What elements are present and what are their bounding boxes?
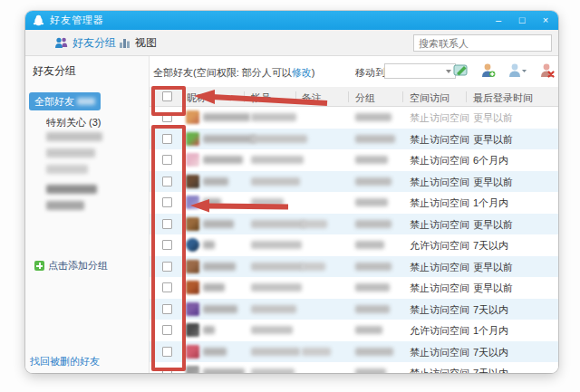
minimize-button[interactable]: –	[493, 15, 504, 25]
column-divider	[295, 91, 296, 102]
last-login-value: 1个月内	[473, 196, 508, 210]
sidebar-friend-groups: 好友分组 全部好友 特别关心 (3) 点击添加分组 找回被删的好友	[25, 56, 150, 373]
col-header-space[interactable]: 空间访问	[410, 91, 450, 105]
delete-friend-icon[interactable]	[539, 62, 555, 78]
title-bar[interactable]: 好友管理器 – □ ×	[25, 11, 558, 30]
annotation-box-header-checkbox	[151, 86, 186, 116]
blurred-text	[355, 198, 388, 206]
main-panel: 全部好友(空间权限: 部分人可以修改) 移动到	[150, 56, 558, 373]
avatar	[186, 110, 199, 124]
blurred-text	[203, 198, 221, 206]
avatar	[186, 132, 199, 146]
table-row[interactable]: 禁止访问空间更早以前	[150, 171, 558, 193]
close-button[interactable]: ×	[540, 15, 551, 25]
avatar	[186, 302, 199, 316]
last-login-value: 6个月内	[473, 154, 508, 167]
sidebar-group-item-blurred[interactable]	[46, 185, 97, 194]
scope-prefix: 全部好友(空间权限: 部分人可以	[153, 67, 292, 78]
scope-text: 全部好友(空间权限: 部分人可以修改)	[153, 66, 314, 80]
blurred-text	[251, 305, 296, 313]
blurred-text	[355, 326, 382, 334]
table-row[interactable]: 禁止访问空间7天以内	[150, 299, 558, 320]
blurred-text	[251, 241, 302, 249]
blurred-text	[203, 241, 215, 249]
move-to-label: 移动到	[355, 66, 385, 80]
blurred-text	[355, 348, 393, 356]
table-row[interactable]: 允许访问空间7天以内	[150, 234, 558, 256]
add-group-label: 点击添加分组	[48, 259, 108, 272]
avatar	[186, 153, 199, 167]
add-friend-icon[interactable]	[480, 62, 496, 78]
table-row[interactable]: 禁止访问空间更早以前	[150, 214, 558, 235]
blurred-text	[251, 220, 305, 228]
blurred-text	[251, 283, 302, 292]
col-header-nickname[interactable]: 昵称	[187, 91, 207, 105]
table-row[interactable]: 禁止访问空间7天以内	[150, 362, 558, 373]
window-title: 好友管理器	[50, 14, 104, 27]
blurred-text	[355, 156, 388, 164]
table-row[interactable]: 禁止访问空间更早以前	[150, 107, 558, 129]
space-access-value: 允许访问空间	[410, 324, 469, 338]
avatar	[186, 345, 199, 359]
compose-message-icon[interactable]	[453, 62, 469, 78]
blurred-text	[203, 305, 237, 313]
col-header-account[interactable]: 帐号	[251, 91, 271, 105]
sidebar-group-item-blurred[interactable]	[46, 148, 95, 158]
column-divider	[466, 91, 467, 102]
table-row[interactable]: 禁止访问空间1个月内	[150, 192, 558, 214]
scope-suffix: )	[312, 67, 315, 78]
sidebar-group-item-blurred[interactable]	[46, 132, 102, 141]
tab-friend-groups[interactable]: 好友分组	[54, 30, 116, 56]
blurred-text	[251, 156, 304, 164]
table-row[interactable]: 禁止访问空间更早以前	[150, 129, 558, 150]
recover-deleted-friends-link[interactable]: 找回被删的好友	[30, 355, 100, 368]
blurred-text	[203, 326, 215, 334]
last-login-value: 更早以前	[473, 261, 513, 274]
blurred-text	[203, 348, 227, 356]
col-header-group[interactable]: 分组	[355, 91, 375, 105]
column-divider	[348, 91, 349, 102]
search-input[interactable]	[413, 34, 552, 52]
friend-manager-window: 好友管理器 – □ × 好友分组	[25, 11, 558, 373]
space-access-value: 禁止访问空间	[410, 196, 469, 210]
edit-permission-link[interactable]: 修改	[292, 67, 312, 78]
avatar	[186, 175, 199, 188]
table-row[interactable]: 允许访问空间1个月内	[150, 320, 558, 341]
blurred-text	[203, 220, 234, 228]
blurred-text	[355, 135, 395, 143]
last-login-value: 7天以内	[473, 367, 508, 373]
space-access-value: 禁止访问空间	[410, 218, 469, 232]
info-bar: 全部好友(空间权限: 部分人可以修改) 移动到	[150, 56, 558, 87]
table-row[interactable]: 禁止访问空间更早以前	[150, 277, 558, 299]
all-friends-label: 全部好友	[34, 95, 74, 109]
table-row[interactable]: 禁止访问空间更早以前	[150, 256, 558, 278]
blurred-text	[251, 177, 300, 186]
table-row[interactable]: 禁止访问空间6个月内	[150, 149, 558, 171]
sidebar-header: 好友分组	[33, 63, 76, 79]
sidebar-item-all-friends[interactable]: 全部好友	[29, 92, 101, 110]
sidebar-item-special-care[interactable]: 特别关心 (3)	[46, 116, 102, 129]
space-access-value: 禁止访问空间	[410, 176, 469, 189]
maximize-button[interactable]: □	[517, 15, 527, 25]
table-row[interactable]: 禁止访问空间7天以内	[150, 341, 558, 363]
col-header-lastlogin[interactable]: 最后登录时间	[473, 91, 533, 105]
move-to-dropdown[interactable]	[384, 63, 456, 79]
table-header: 昵称 帐号 备注 分组 空间访问 最后登录时间	[150, 87, 558, 107]
sidebar-group-item-blurred[interactable]	[46, 165, 88, 174]
blurred-text	[203, 177, 228, 186]
blurred-text	[355, 283, 390, 292]
avatar	[186, 238, 199, 252]
add-group-button[interactable]: 点击添加分组	[34, 259, 108, 272]
space-access-value: 禁止访问空间	[410, 154, 469, 167]
blurred-text	[355, 241, 384, 249]
col-header-remark[interactable]: 备注	[302, 91, 322, 105]
chevron-down-icon	[446, 70, 451, 73]
blurred-text	[302, 263, 325, 271]
blurred-text	[355, 177, 392, 186]
toolbar: 好友分组 视图	[25, 30, 558, 56]
tab-view[interactable]: 视图	[119, 30, 157, 56]
annotation-box-checkbox-column	[151, 125, 186, 371]
manage-friend-icon[interactable]	[508, 62, 527, 78]
blurred-text	[251, 263, 304, 271]
sidebar-group-item-blurred[interactable]	[46, 201, 84, 210]
